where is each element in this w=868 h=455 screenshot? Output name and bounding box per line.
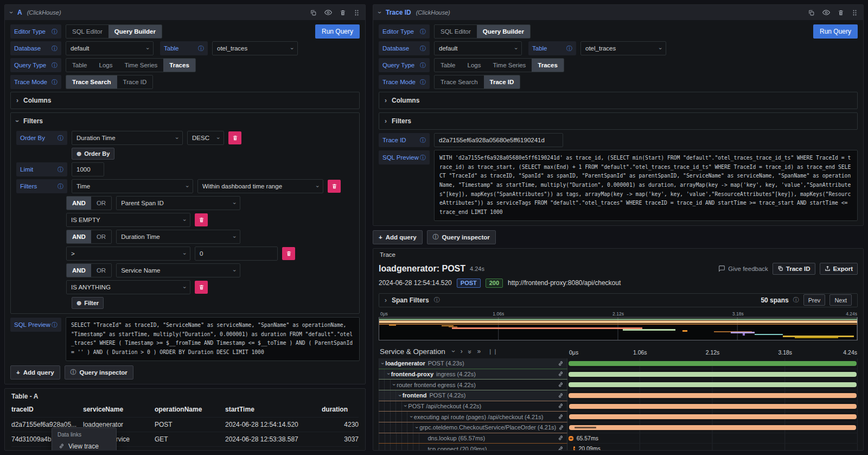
editor-type-query-builder[interactable]: Query Builder <box>108 25 162 38</box>
info-icon[interactable]: ⓘ <box>566 45 572 53</box>
collapse-query-icon[interactable]: › <box>8 11 15 14</box>
column-header-startTime[interactable]: startTime <box>225 403 322 418</box>
span-name[interactable]: ›executing api route (pages) /api/checko… <box>379 412 567 422</box>
filter-operator-select[interactable]: >› <box>66 247 190 261</box>
add-query-button[interactable]: +Add query <box>373 230 423 244</box>
trace-mode-trace-search[interactable]: Trace Search <box>66 75 117 89</box>
span-link-icon[interactable] <box>556 425 567 431</box>
span-link-icon[interactable] <box>556 393 567 399</box>
expand-all-icon[interactable]: » <box>477 347 480 355</box>
span-name[interactable]: dns.lookup (65.57ms) <box>379 433 567 444</box>
span-name[interactable]: ›loadgeneratorPOST (4.23s) <box>379 358 567 369</box>
drag-handle-icon[interactable] <box>354 9 360 16</box>
info-icon[interactable]: ⓘ <box>52 45 58 53</box>
database-select[interactable]: default› <box>66 41 154 55</box>
span-name[interactable]: ›POST /api/checkout (4.22s) <box>379 401 567 412</box>
delete-query-icon[interactable] <box>340 9 346 16</box>
query-inspector-button[interactable]: ⓘQuery inspector <box>427 230 496 244</box>
info-icon[interactable]: ⓘ <box>434 296 440 304</box>
span-name[interactable]: ›router frontend egress (4.22s) <box>379 380 567 390</box>
span-name[interactable]: tcp.connect (20.09ms) <box>379 444 567 450</box>
filter-operator-select[interactable]: IS ANYTHING› <box>66 280 190 294</box>
filter-operator-select[interactable]: Within dashboard time range› <box>197 179 323 193</box>
info-icon[interactable]: ⓘ <box>58 166 63 174</box>
next-span-button[interactable]: Next <box>829 294 852 306</box>
table-select[interactable]: otel_traces› <box>212 41 298 55</box>
run-query-button[interactable]: Run Query <box>813 24 858 39</box>
span-collapse-icon[interactable]: › <box>409 416 414 418</box>
trace-mode-trace-search[interactable]: Trace Search <box>435 75 484 89</box>
order-by-field-select[interactable]: Duration Time› <box>72 131 183 145</box>
or-option[interactable]: OR <box>91 230 111 243</box>
query-type-logs[interactable]: Logs <box>93 59 119 72</box>
filter-field-select[interactable]: Time› <box>72 179 193 193</box>
span-link-icon[interactable] <box>556 435 567 441</box>
span-collapse-icon[interactable]: › <box>386 373 392 375</box>
span-link-icon[interactable] <box>556 382 567 388</box>
order-by-direction-select[interactable]: DESC› <box>187 131 224 145</box>
info-icon[interactable]: ⓘ <box>420 28 426 36</box>
filter-field-select[interactable]: Duration Time› <box>116 230 240 244</box>
info-icon[interactable]: ⓘ <box>420 78 426 86</box>
minimap-canvas[interactable] <box>379 317 858 340</box>
query-type-logs[interactable]: Logs <box>462 59 487 72</box>
column-header-serviceName[interactable]: serviceName <box>83 403 155 418</box>
info-icon[interactable]: ⓘ <box>198 45 204 53</box>
limit-input[interactable]: 1000 <box>72 162 104 176</box>
span-collapse-icon[interactable]: › <box>380 362 386 364</box>
query-inspector-button[interactable]: ⓘQuery inspector <box>65 365 133 380</box>
data-link-view-trace[interactable]: View trace <box>52 440 116 451</box>
run-query-button[interactable]: Run Query <box>315 24 360 39</box>
duplicate-query-icon[interactable] <box>310 9 317 16</box>
span-collapse-icon[interactable]: › <box>397 395 403 396</box>
editor-type-query-builder[interactable]: Query Builder <box>477 25 530 38</box>
column-header-traceID[interactable]: traceID <box>11 403 83 418</box>
trace-mode-trace-id[interactable]: Trace ID <box>117 75 153 89</box>
columns-section[interactable]: ›Columns <box>10 92 360 109</box>
add-query-button[interactable]: +Add query <box>10 365 60 380</box>
collapse-one-icon[interactable]: › <box>450 350 457 352</box>
span-link-icon[interactable] <box>556 361 567 366</box>
chevron-right-icon[interactable]: › <box>385 296 387 304</box>
info-icon[interactable]: ⓘ <box>420 61 426 69</box>
span-timeline[interactable]: 65.57ms <box>567 433 858 444</box>
drag-handle-icon[interactable] <box>852 9 858 16</box>
column-resize-handle[interactable]: ❘❘ <box>488 349 498 355</box>
span-link-icon[interactable] <box>556 403 567 409</box>
span-collapse-icon[interactable]: › <box>403 405 409 407</box>
query-type-traces[interactable]: Traces <box>163 59 195 72</box>
collapse-all-icon[interactable]: » <box>466 350 474 353</box>
info-icon[interactable]: ⓘ <box>52 78 58 86</box>
query-type-traces[interactable]: Traces <box>532 59 563 72</box>
span-timeline[interactable] <box>567 358 858 369</box>
or-option[interactable]: OR <box>91 264 111 277</box>
info-icon[interactable]: ⓘ <box>793 296 799 304</box>
column-header-duration[interactable]: duration <box>322 403 359 418</box>
trace-mode-trace-id[interactable]: Trace ID <box>484 75 520 89</box>
query-type-table[interactable]: Table <box>66 59 93 72</box>
editor-type-sql-editor[interactable]: SQL Editor <box>66 25 108 38</box>
editor-type-sql-editor[interactable]: SQL Editor <box>435 25 477 38</box>
hide-query-icon[interactable] <box>822 9 830 16</box>
span-timeline[interactable] <box>567 422 858 433</box>
info-icon[interactable]: ⓘ <box>420 45 426 53</box>
expand-one-icon[interactable]: › <box>461 347 463 355</box>
trace-id-button[interactable]: Trace ID <box>773 263 815 275</box>
span-timeline[interactable] <box>567 412 858 422</box>
filters-section[interactable]: ›Filters <box>379 112 858 130</box>
table-select[interactable]: otel_traces› <box>580 41 666 55</box>
query-type-time-series[interactable]: Time Series <box>487 59 532 72</box>
info-icon[interactable]: ⓘ <box>52 321 58 329</box>
info-icon[interactable]: ⓘ <box>420 154 426 162</box>
filter-operator-select[interactable]: IS EMPTY› <box>66 213 190 227</box>
span-link-icon[interactable] <box>556 414 567 420</box>
database-select[interactable]: default› <box>434 41 522 55</box>
query-type-time-series[interactable]: Time Series <box>118 59 163 72</box>
remove-order-by-button[interactable] <box>228 131 241 144</box>
info-icon[interactable]: ⓘ <box>420 136 426 144</box>
export-button[interactable]: Export <box>820 263 858 275</box>
query-type-table[interactable]: Table <box>435 59 462 72</box>
span-timeline[interactable] <box>567 401 858 412</box>
info-icon[interactable]: ⓘ <box>52 61 58 69</box>
span-timeline[interactable] <box>567 380 858 390</box>
